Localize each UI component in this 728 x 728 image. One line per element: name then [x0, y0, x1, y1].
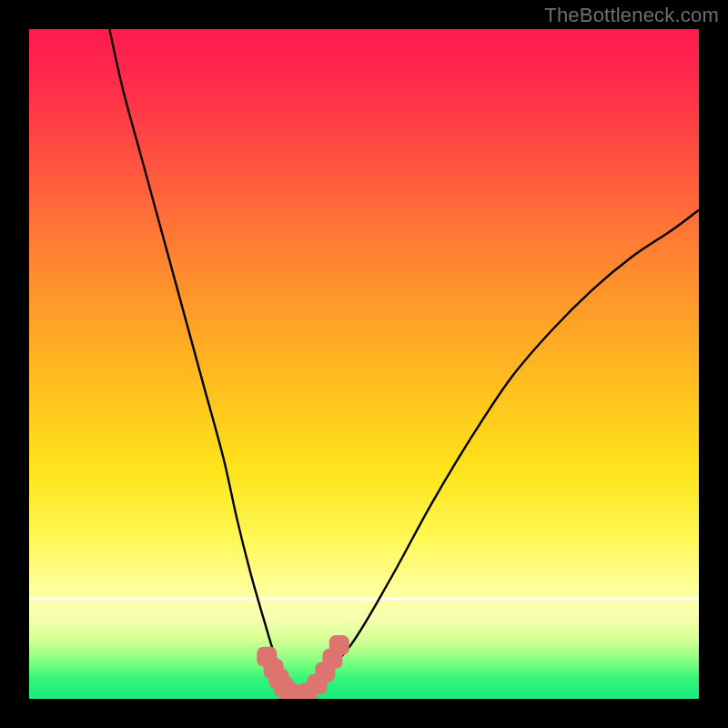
marker — [329, 635, 349, 655]
bottleneck-curve — [109, 29, 699, 699]
plot-area — [29, 29, 699, 699]
chart-stage: TheBottleneck.com — [0, 0, 728, 728]
curve-layer — [29, 29, 699, 699]
watermark-text: TheBottleneck.com — [544, 4, 719, 27]
